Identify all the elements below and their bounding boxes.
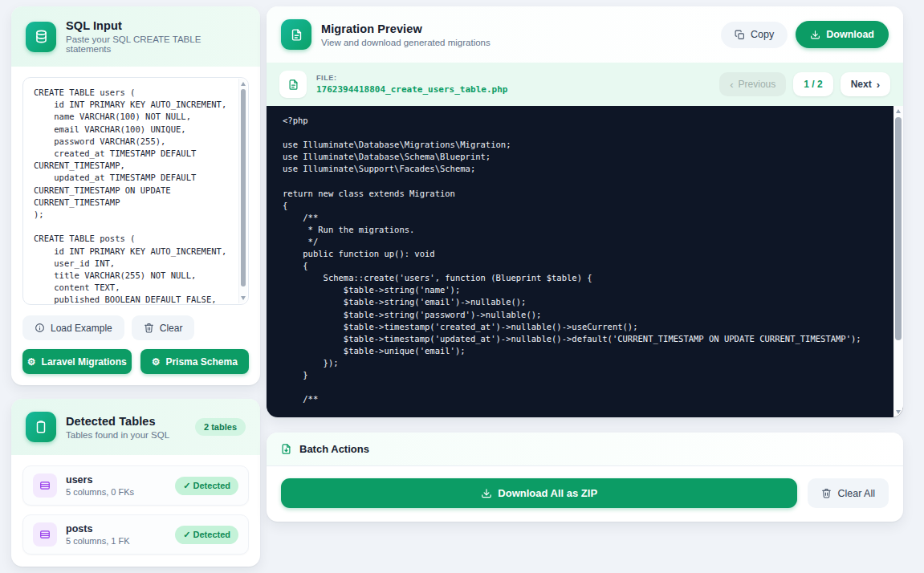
copy-button[interactable]: Copy bbox=[721, 22, 788, 48]
clear-all-label: Clear All bbox=[837, 488, 875, 499]
copy-icon bbox=[735, 30, 745, 40]
table-count-badge: 2 tables bbox=[195, 418, 246, 436]
clear-all-button[interactable]: Clear All bbox=[808, 478, 889, 508]
previous-label: Previous bbox=[739, 79, 776, 90]
table-row-text: users 5 columns, 0 FKs bbox=[66, 474, 166, 497]
prisma-schema-label: Prisma Schema bbox=[165, 356, 237, 368]
download-label: Download bbox=[826, 29, 874, 40]
migration-code[interactable]: <?php use Illuminate\Database\Migrations… bbox=[267, 106, 903, 417]
sql-input-card: SQL Input Paste your SQL CREATE TABLE st… bbox=[11, 6, 260, 385]
sql-input-subtitle: Paste your SQL CREATE TABLE statements bbox=[66, 35, 246, 54]
code-preview: <?php use Illuminate\Database\Migrations… bbox=[267, 106, 903, 417]
sql-scrollbar[interactable] bbox=[238, 79, 247, 303]
clear-button[interactable]: Clear bbox=[132, 315, 195, 340]
gear-icon: ⚙ bbox=[27, 357, 36, 367]
info-icon bbox=[35, 323, 45, 333]
app-root: SQL Input Paste your SQL CREATE TABLE st… bbox=[0, 0, 924, 573]
code-scrollbar-thumb[interactable] bbox=[895, 117, 902, 340]
sql-scrollbar-thumb[interactable] bbox=[241, 89, 246, 286]
detected-tables-header-text: Detected Tables Tables found in your SQL bbox=[66, 415, 185, 440]
detected-tables-subtitle: Tables found in your SQL bbox=[66, 430, 185, 440]
load-example-button[interactable]: Load Example bbox=[22, 315, 124, 340]
sql-input-title: SQL Input bbox=[66, 19, 246, 32]
batch-actions-header: Batch Actions bbox=[267, 433, 903, 466]
migration-preview-title: Migration Preview bbox=[321, 22, 711, 35]
table-name: users bbox=[66, 474, 166, 486]
download-icon bbox=[481, 488, 492, 499]
migration-preview-card: Migration Preview View and download gene… bbox=[267, 6, 903, 417]
document-icon bbox=[281, 19, 311, 50]
detected-tables-list: users 5 columns, 0 FKs ✓ Detected posts … bbox=[11, 455, 260, 567]
file-bar: FILE: 1762394418804_create_users_table.p… bbox=[267, 63, 903, 106]
clear-label: Clear bbox=[160, 323, 183, 334]
file-pager: ‹ Previous 1 / 2 Next › bbox=[719, 72, 890, 96]
scroll-up-icon[interactable] bbox=[241, 82, 246, 86]
table-icon bbox=[33, 473, 57, 498]
clipboard-icon bbox=[26, 412, 56, 442]
database-icon bbox=[26, 22, 56, 52]
right-column: Migration Preview View and download gene… bbox=[267, 6, 903, 522]
detected-status-badge: ✓ Detected bbox=[175, 477, 238, 495]
batch-actions-body: Download All as ZIP Clear All bbox=[267, 466, 903, 522]
file-label: FILE: bbox=[316, 74, 710, 82]
page-indicator: 1 / 2 bbox=[793, 72, 832, 96]
chevron-left-icon: ‹ bbox=[730, 79, 733, 90]
table-row-text: posts 5 columns, 1 FK bbox=[66, 523, 166, 546]
table-meta: 5 columns, 1 FK bbox=[66, 536, 166, 546]
file-icon bbox=[279, 71, 307, 98]
scroll-down-icon[interactable] bbox=[896, 410, 901, 414]
detected-status-badge: ✓ Detected bbox=[175, 526, 238, 544]
prisma-schema-button[interactable]: ⚙ Prisma Schema bbox=[140, 349, 250, 374]
next-button[interactable]: Next › bbox=[841, 72, 890, 96]
file-name: 1762394418804_create_users_table.php bbox=[316, 84, 710, 95]
load-example-label: Load Example bbox=[51, 323, 112, 334]
batch-actions-card: Batch Actions Download All as ZIP bbox=[267, 433, 903, 522]
left-column: SQL Input Paste your SQL CREATE TABLE st… bbox=[11, 6, 260, 567]
file-download-icon bbox=[280, 443, 292, 455]
sql-input-body: CREATE TABLE users ( id INT PRIMARY KEY … bbox=[11, 67, 260, 385]
sql-input-textarea[interactable]: CREATE TABLE users ( id INT PRIMARY KEY … bbox=[22, 77, 249, 305]
previous-button[interactable]: ‹ Previous bbox=[719, 72, 786, 96]
generate-button-row: ⚙ Laravel Migrations ⚙ Prisma Schema bbox=[22, 349, 249, 374]
download-icon bbox=[810, 30, 820, 40]
table-icon bbox=[33, 522, 57, 547]
table-row-users[interactable]: users 5 columns, 0 FKs ✓ Detected bbox=[22, 465, 249, 506]
table-row-posts[interactable]: posts 5 columns, 1 FK ✓ Detected bbox=[22, 514, 249, 555]
chevron-right-icon: › bbox=[877, 79, 880, 90]
utility-button-row: Load Example Clear bbox=[22, 315, 249, 340]
scroll-up-icon[interactable] bbox=[896, 109, 901, 113]
gear-icon: ⚙ bbox=[152, 357, 161, 367]
detected-tables-title: Detected Tables bbox=[66, 415, 185, 428]
migration-preview-header-text: Migration Preview View and download gene… bbox=[321, 22, 711, 47]
batch-actions-title: Batch Actions bbox=[299, 443, 369, 455]
preview-actions: Copy Download bbox=[721, 21, 889, 48]
sql-input-header-text: SQL Input Paste your SQL CREATE TABLE st… bbox=[66, 19, 246, 54]
next-label: Next bbox=[851, 79, 872, 90]
laravel-migrations-label: Laravel Migrations bbox=[42, 356, 127, 368]
download-all-label: Download All as ZIP bbox=[498, 487, 597, 499]
migration-preview-header: Migration Preview View and download gene… bbox=[267, 6, 903, 63]
scroll-down-icon[interactable] bbox=[241, 296, 246, 300]
file-info: FILE: 1762394418804_create_users_table.p… bbox=[316, 74, 710, 95]
laravel-migrations-button[interactable]: ⚙ Laravel Migrations bbox=[22, 349, 132, 374]
download-button[interactable]: Download bbox=[796, 21, 889, 48]
detected-tables-card: Detected Tables Tables found in your SQL… bbox=[11, 399, 260, 567]
detected-tables-header: Detected Tables Tables found in your SQL… bbox=[11, 399, 260, 455]
download-all-zip-button[interactable]: Download All as ZIP bbox=[281, 478, 797, 508]
copy-label: Copy bbox=[751, 29, 774, 40]
code-scrollbar[interactable] bbox=[893, 106, 903, 417]
table-name: posts bbox=[66, 523, 166, 534]
migration-preview-subtitle: View and download generated migrations bbox=[321, 38, 711, 47]
trash-icon bbox=[821, 488, 832, 498]
sql-input-header: SQL Input Paste your SQL CREATE TABLE st… bbox=[11, 6, 260, 67]
sql-input-value[interactable]: CREATE TABLE users ( id INT PRIMARY KEY … bbox=[23, 78, 248, 304]
table-meta: 5 columns, 0 FKs bbox=[66, 487, 166, 497]
trash-icon bbox=[144, 323, 154, 333]
